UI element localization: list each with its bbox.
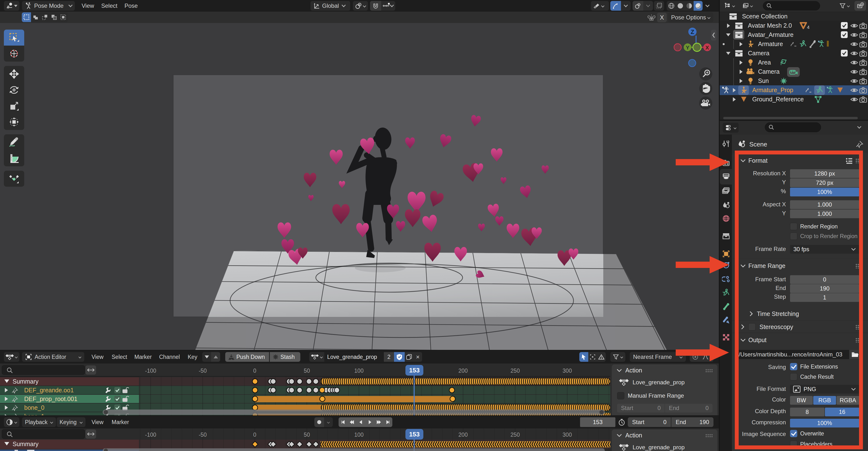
svg-text:Y: Y: [686, 45, 689, 51]
svg-text:bone_1: bone_1: [24, 413, 44, 415]
svg-text:DEF_greande.oo1: DEF_greande.oo1: [24, 387, 73, 394]
svg-text:Summary: Summary: [12, 378, 38, 385]
svg-text:50: 50: [304, 431, 310, 438]
svg-text:50: 50: [304, 368, 310, 374]
svg-text:Z: Z: [691, 29, 694, 35]
svg-text:0: 0: [253, 368, 256, 374]
svg-text:-100: -100: [145, 431, 156, 438]
svg-text:300: 300: [563, 368, 572, 374]
svg-text:100: 100: [354, 368, 364, 374]
svg-text:200: 200: [459, 431, 468, 438]
svg-text:100: 100: [354, 431, 364, 438]
svg-text:bone_0: bone_0: [24, 404, 44, 411]
svg-text:X: X: [706, 45, 709, 51]
svg-text:153: 153: [409, 367, 420, 374]
svg-text:250: 250: [510, 368, 520, 374]
svg-text:-100: -100: [145, 368, 156, 374]
svg-text:153: 153: [409, 431, 420, 438]
svg-text:0: 0: [253, 431, 256, 438]
svg-text:300: 300: [563, 431, 572, 438]
svg-text:DEF_prop_root.001: DEF_prop_root.001: [24, 395, 78, 402]
svg-text:250: 250: [510, 431, 520, 438]
svg-text:-50: -50: [198, 431, 207, 438]
svg-text:Summary: Summary: [12, 441, 38, 447]
svg-text:-50: -50: [198, 368, 207, 374]
svg-text:200: 200: [459, 368, 468, 374]
